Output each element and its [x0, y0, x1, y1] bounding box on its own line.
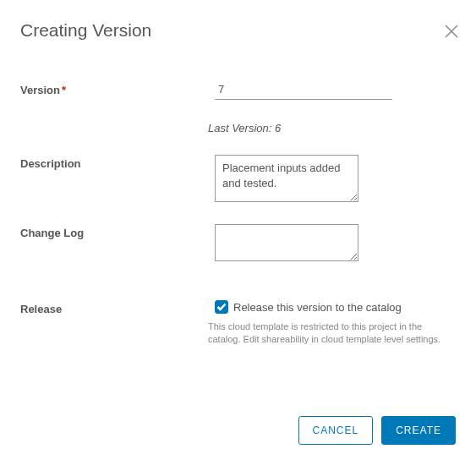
release-checkbox-label[interactable]: Release this version to the catalog	[233, 301, 402, 314]
dialog-title: Creating Version	[20, 20, 151, 41]
version-input[interactable]	[215, 81, 392, 100]
last-version-text: Last Version: 6	[208, 122, 281, 134]
create-button[interactable]: CREATE	[381, 416, 456, 445]
release-checkbox-wrap[interactable]: Release this version to the catalog	[215, 300, 456, 314]
version-label: Version*	[20, 81, 215, 96]
changelog-label: Change Log	[20, 224, 215, 239]
description-label: Description	[20, 155, 215, 170]
description-row: Description	[20, 155, 456, 205]
dialog-header: Creating Version	[20, 20, 456, 41]
release-restriction-row: This cloud template is restricted to thi…	[20, 320, 456, 347]
release-checkbox[interactable]	[215, 300, 228, 314]
dialog-footer: CANCEL CREATE	[298, 416, 456, 445]
changelog-field-wrap	[215, 224, 456, 265]
description-field-wrap	[215, 155, 456, 205]
close-icon[interactable]	[444, 24, 459, 39]
last-version-row: Last Version: 6	[20, 122, 456, 134]
release-field-wrap: Release this version to the catalog	[215, 300, 456, 314]
create-version-dialog: Creating Version Version* Last Version: …	[0, 0, 476, 367]
version-field-wrap	[215, 81, 456, 100]
release-row: Release Release this version to the cata…	[20, 300, 456, 315]
changelog-input[interactable]	[215, 224, 358, 261]
release-restriction-text: This cloud template is restricted to thi…	[208, 320, 445, 347]
release-label: Release	[20, 300, 215, 315]
required-indicator: *	[62, 84, 66, 96]
description-input[interactable]	[215, 155, 358, 202]
cancel-button[interactable]: CANCEL	[298, 416, 374, 445]
version-label-text: Version	[20, 84, 60, 96]
version-row: Version*	[20, 81, 456, 100]
changelog-row: Change Log	[20, 224, 456, 265]
